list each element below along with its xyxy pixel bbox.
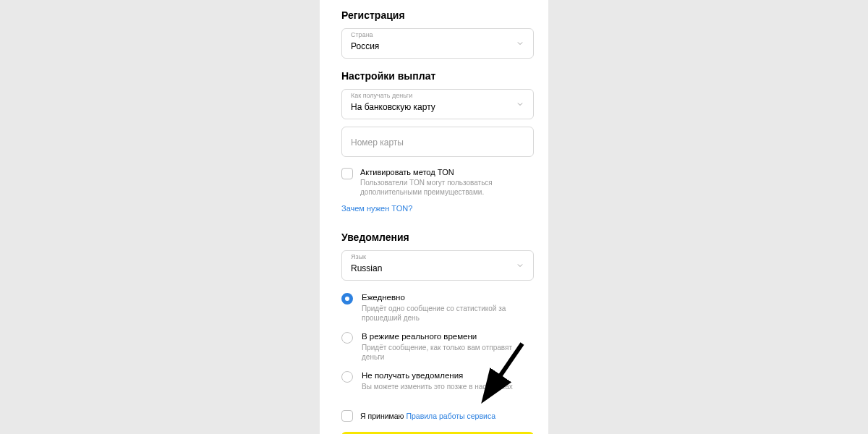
payout-method-value: На банковскую карту xyxy=(351,102,435,112)
language-label: Язык xyxy=(351,253,366,260)
country-select[interactable]: Страна Россия xyxy=(341,28,534,59)
radio-none[interactable] xyxy=(341,371,353,383)
ton-text: Активировать метод TON Пользователи TON … xyxy=(360,167,534,197)
registration-title: Регистрация xyxy=(341,9,534,21)
radio-realtime[interactable] xyxy=(341,332,353,344)
ton-title: Активировать метод TON xyxy=(360,167,534,177)
terms-link[interactable]: Правила работы сервиса xyxy=(406,412,495,420)
radio-title: Ежедневно xyxy=(362,292,534,303)
card-number-input[interactable] xyxy=(351,137,524,148)
notification-radio-group: Ежедневно Придёт одно сообщение со стати… xyxy=(341,288,534,396)
radio-daily[interactable] xyxy=(341,293,353,305)
card-number-wrap xyxy=(341,127,534,157)
terms-prefix: Я принимаю xyxy=(360,412,406,420)
language-select[interactable]: Язык Russian xyxy=(341,250,534,281)
terms-text: Я принимаю Правила работы сервиса xyxy=(360,412,495,420)
radio-row-realtime[interactable]: В режиме реального времени Придёт сообще… xyxy=(341,327,534,366)
ton-desc: Пользователи TON могут пользоваться допо… xyxy=(360,178,534,197)
notifications-title: Уведомления xyxy=(341,231,534,243)
radio-row-none[interactable]: Не получать уведомления Вы можете измени… xyxy=(341,366,534,396)
terms-checkbox[interactable] xyxy=(341,410,353,422)
chevron-down-icon xyxy=(516,261,524,270)
radio-desc: Придёт сообщение, как только вам отправя… xyxy=(362,343,534,362)
chevron-down-icon xyxy=(516,39,524,48)
country-label: Страна xyxy=(351,31,373,38)
radio-title: Не получать уведомления xyxy=(362,370,513,381)
ton-info-link[interactable]: Зачем нужен TON? xyxy=(341,204,412,213)
radio-desc: Вы можете изменить это позже в настройка… xyxy=(362,382,513,391)
payout-title: Настройки выплат xyxy=(341,70,534,82)
ton-checkbox[interactable] xyxy=(341,168,353,179)
terms-row: Я принимаю Правила работы сервиса xyxy=(341,410,534,422)
payout-method-select[interactable]: Как получать деньги На банковскую карту xyxy=(341,89,534,119)
payout-method-label: Как получать деньги xyxy=(351,92,412,99)
chevron-down-icon xyxy=(516,100,524,109)
radio-desc: Придёт одно сообщение со статистикой за … xyxy=(362,304,534,323)
country-value: Россия xyxy=(351,41,379,51)
radio-row-daily[interactable]: Ежедневно Придёт одно сообщение со стати… xyxy=(341,288,534,327)
ton-checkbox-row: Активировать метод TON Пользователи TON … xyxy=(341,167,534,197)
language-value: Russian xyxy=(351,263,382,273)
registration-form: Регистрация Страна Россия Настройки выпл… xyxy=(320,0,548,434)
radio-title: В режиме реального времени xyxy=(362,331,534,342)
